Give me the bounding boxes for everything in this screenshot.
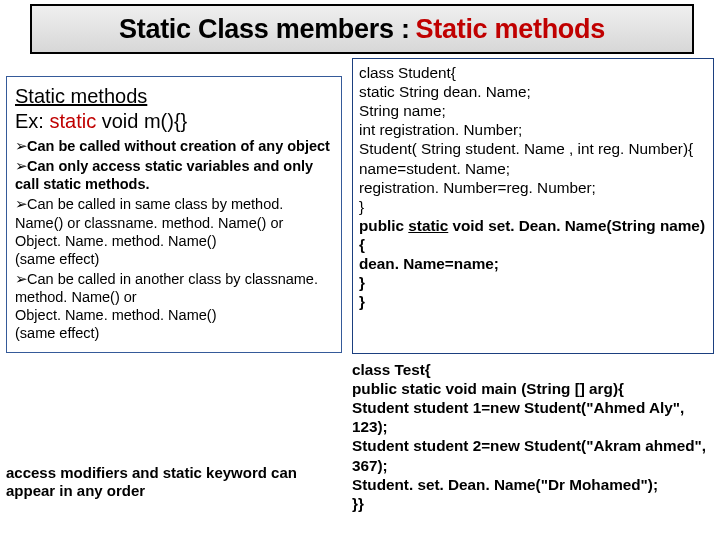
code-fragment-keyword: static	[408, 217, 448, 234]
bullet-icon: ➢	[15, 270, 27, 288]
code-line: Student. set. Dean. Name("Dr Mohamed");	[352, 475, 714, 494]
list-item: ➢Can be called without creation of any o…	[15, 137, 333, 155]
left-example: Ex: static void m(){}	[15, 110, 333, 133]
bullet-list: ➢Can be called without creation of any o…	[15, 137, 333, 342]
code-line: public static void main (String [] arg){	[352, 379, 714, 398]
slide-title: Static Class members : Static methods	[30, 4, 694, 54]
code-fragment: void set. Dean. Name(String name)	[448, 217, 705, 234]
code-line: name=student. Name;	[359, 159, 707, 178]
note-text: access modifiers and static keyword can …	[6, 464, 342, 500]
bullet-text: Can be called without creation of any ob…	[27, 138, 330, 154]
title-suffix: Static methods	[416, 14, 605, 45]
bullet-icon: ➢	[15, 137, 27, 155]
bullet-text: Can be called in another class by classn…	[15, 271, 318, 341]
code-line: String name;	[359, 101, 707, 120]
code-line: }	[359, 197, 707, 216]
code-line: registration. Number=reg. Number;	[359, 178, 707, 197]
code-line: dean. Name=name;	[359, 254, 707, 273]
list-item: ➢Can only access static variables and on…	[15, 157, 333, 193]
code-line: }}	[352, 494, 714, 513]
code-line: class Test{	[352, 360, 714, 379]
code-block-test: class Test{ public static void main (Str…	[352, 360, 714, 513]
code-line: Student( String student. Name , int reg.…	[359, 139, 707, 158]
left-panel: Static methods Ex: static void m(){} ➢Ca…	[6, 76, 342, 353]
list-item: ➢Can be called in same class by method. …	[15, 195, 333, 268]
code-line: static String dean. Name;	[359, 82, 707, 101]
example-rest: void m(){}	[96, 110, 187, 132]
list-item: ➢Can be called in another class by class…	[15, 270, 333, 343]
left-heading: Static methods	[15, 85, 333, 108]
code-line: {	[359, 235, 707, 254]
code-fragment: public	[359, 217, 408, 234]
bullet-text: Can be called in same class by method. N…	[15, 196, 283, 266]
bullet-icon: ➢	[15, 157, 27, 175]
code-line: public static void set. Dean. Name(Strin…	[359, 216, 707, 235]
example-keyword: static	[49, 110, 96, 132]
code-line: }	[359, 292, 707, 311]
code-line: Student student 1=new Student("Ahmed Aly…	[352, 398, 714, 436]
code-block-student: class Student{ static String dean. Name;…	[352, 58, 714, 354]
code-line: }	[359, 273, 707, 292]
bullet-icon: ➢	[15, 195, 27, 213]
code-line: class Student{	[359, 63, 707, 82]
bullet-text: Can only access static variables and onl…	[15, 158, 313, 192]
example-pre: Ex:	[15, 110, 49, 132]
code-line: Student student 2=new Student("Akram ahm…	[352, 436, 714, 474]
title-prefix: Static Class members :	[119, 14, 410, 45]
code-line: int registration. Number;	[359, 120, 707, 139]
